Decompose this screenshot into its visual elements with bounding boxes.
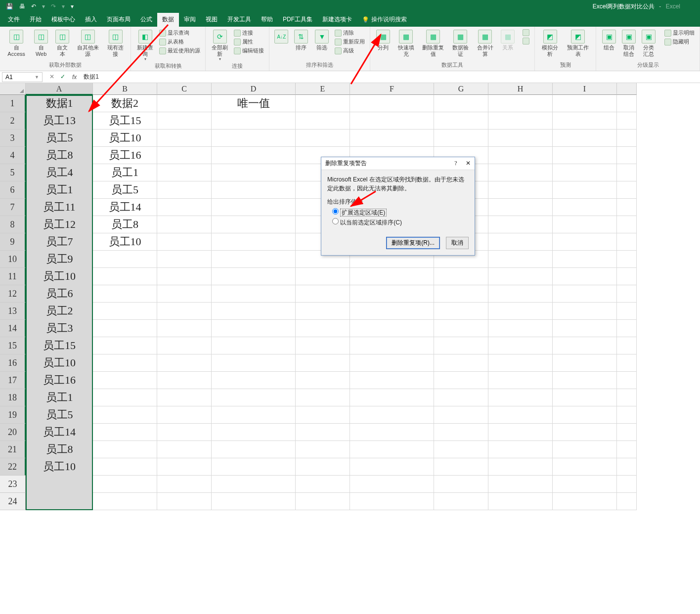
cell-A7[interactable]: 员工11 <box>26 199 93 216</box>
cell-B22[interactable] <box>93 458 157 476</box>
cell-G3[interactable] <box>434 130 488 147</box>
cell-A16[interactable]: 员工10 <box>26 354 93 372</box>
cell-A4[interactable]: 员工8 <box>26 147 93 164</box>
cell-D20[interactable] <box>212 424 296 441</box>
cell-20[interactable] <box>617 424 637 441</box>
cell-D3[interactable] <box>212 130 296 147</box>
cell-H14[interactable] <box>488 320 553 337</box>
cell-A5[interactable]: 员工4 <box>26 164 93 181</box>
cell-D14[interactable] <box>212 320 296 337</box>
cell-F22[interactable] <box>350 458 434 476</box>
cell-H16[interactable] <box>488 354 553 372</box>
cell-F11[interactable] <box>350 268 434 285</box>
row-header-4[interactable]: 4 <box>0 147 26 164</box>
mini-高级[interactable]: 高级 <box>333 46 367 55</box>
row-header-1[interactable]: 1 <box>0 95 26 112</box>
help-icon[interactable]: ? <box>454 160 457 167</box>
cell-A13[interactable]: 员工2 <box>26 303 93 320</box>
refresh-all-button[interactable]: ⟳ 全部刷新 ▾ <box>209 29 231 62</box>
cell-F23[interactable] <box>350 476 434 493</box>
cell-9[interactable] <box>617 233 637 251</box>
tab-文件[interactable]: 文件 <box>3 12 25 27</box>
cell-D1[interactable]: 唯一值 <box>212 95 296 112</box>
cell-C19[interactable] <box>157 406 212 424</box>
cell-B24[interactable] <box>93 493 157 510</box>
cell-B4[interactable]: 员工16 <box>93 147 157 164</box>
tab-PDF工具集[interactable]: PDF工具集 <box>278 12 317 27</box>
cell-A20[interactable]: 员工14 <box>26 424 93 441</box>
cell-C7[interactable] <box>157 199 212 216</box>
cell-I1[interactable] <box>553 95 617 112</box>
col-header-H[interactable]: H <box>488 83 553 95</box>
cell-G24[interactable] <box>434 493 488 510</box>
cell-H10[interactable] <box>488 251 553 268</box>
cell-H21[interactable] <box>488 441 553 458</box>
cell-I5[interactable] <box>553 164 617 181</box>
cell-D23[interactable] <box>212 476 296 493</box>
rbtn-模拟分析[interactable]: ◩模拟分析 <box>538 29 562 58</box>
rbtn-自文本[interactable]: ◫自文本 <box>52 29 72 58</box>
cell-C2[interactable] <box>157 112 212 130</box>
cell-H4[interactable] <box>488 147 553 164</box>
cell-I6[interactable] <box>553 181 617 199</box>
cell-D16[interactable] <box>212 354 296 372</box>
cell-B19[interactable] <box>93 406 157 424</box>
cell-A10[interactable]: 员工9 <box>26 251 93 268</box>
col-header-G[interactable]: G <box>434 83 488 95</box>
tab-新建选项卡[interactable]: 新建选项卡 <box>317 12 357 27</box>
cell-I8[interactable] <box>553 216 617 233</box>
radio-expand-selection[interactable]: 扩展选定区域(E) <box>332 208 469 217</box>
cell-D7[interactable] <box>212 199 296 216</box>
row-header-5[interactable]: 5 <box>0 164 26 181</box>
tab-审阅[interactable]: 审阅 <box>179 12 201 27</box>
cell-G22[interactable] <box>434 458 488 476</box>
cell-H1[interactable] <box>488 95 553 112</box>
cell-I19[interactable] <box>553 406 617 424</box>
cell-B23[interactable] <box>93 476 157 493</box>
new-query-button[interactable]: ◧ 新建查询 ▾ <box>134 29 156 62</box>
tab-插入[interactable]: 插入 <box>80 12 102 27</box>
cell-A18[interactable]: 员工1 <box>26 389 93 406</box>
cell-G2[interactable] <box>434 112 488 130</box>
cell-I9[interactable] <box>553 233 617 251</box>
cell-C9[interactable] <box>157 233 212 251</box>
cell-7[interactable] <box>617 199 637 216</box>
cell-A22[interactable]: 员工10 <box>26 458 93 476</box>
col-header-I[interactable]: I <box>553 83 617 95</box>
cell-B15[interactable] <box>93 337 157 354</box>
cell-D19[interactable] <box>212 406 296 424</box>
mini-显示明细[interactable]: 显示明细 <box>662 29 697 37</box>
print-icon[interactable]: 🖶 <box>19 3 25 10</box>
row-header-19[interactable]: 19 <box>0 406 26 424</box>
cell-G21[interactable] <box>434 441 488 458</box>
cell-B5[interactable]: 员工1 <box>93 164 157 181</box>
cell-F3[interactable] <box>350 130 434 147</box>
cell-E23[interactable] <box>296 476 350 493</box>
cell-C24[interactable] <box>157 493 212 510</box>
cell-I22[interactable] <box>553 458 617 476</box>
cell-G11[interactable] <box>434 268 488 285</box>
mini-清除[interactable]: 清除 <box>333 29 367 37</box>
cell-D12[interactable] <box>212 285 296 303</box>
cell-C23[interactable] <box>157 476 212 493</box>
cell-I18[interactable] <box>553 389 617 406</box>
cell-F19[interactable] <box>350 406 434 424</box>
cell-A17[interactable]: 员工16 <box>26 372 93 389</box>
cell-5[interactable] <box>617 164 637 181</box>
cell-G1[interactable] <box>434 95 488 112</box>
rbtn-关系[interactable]: ▦关系 <box>498 29 518 52</box>
cell-A9[interactable]: 员工7 <box>26 233 93 251</box>
cell-B16[interactable] <box>93 354 157 372</box>
cell-C15[interactable] <box>157 337 212 354</box>
row-header-15[interactable]: 15 <box>0 337 26 354</box>
cell-17[interactable] <box>617 372 637 389</box>
cell-H18[interactable] <box>488 389 553 406</box>
tab-模板中心[interactable]: 模板中心 <box>46 12 80 27</box>
cell-D10[interactable] <box>212 251 296 268</box>
cell-H13[interactable] <box>488 303 553 320</box>
cell-C13[interactable] <box>157 303 212 320</box>
row-header-13[interactable]: 13 <box>0 303 26 320</box>
row-header-23[interactable]: 23 <box>0 476 26 493</box>
cell-A1[interactable]: 数据1 <box>26 95 93 112</box>
cell-B13[interactable] <box>93 303 157 320</box>
